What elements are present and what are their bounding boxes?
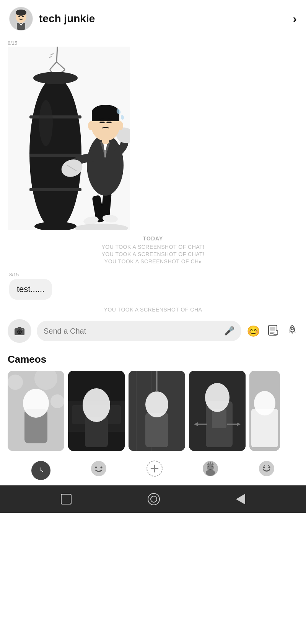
svg-point-3 [18,16,20,17]
svg-point-19 [39,100,53,146]
nav-back-button[interactable] [236,494,245,504]
svg-point-100 [268,467,270,469]
cameo-card-2[interactable] [68,371,125,451]
svg-rect-49 [270,327,275,331]
camera-button[interactable] [8,319,31,343]
svg-line-7 [57,47,57,62]
svg-point-36 [88,121,94,130]
emoji-bar-happy[interactable] [91,461,107,480]
happy-face-icon [91,461,107,477]
header-title: tech junkie [39,13,95,25]
chevron-right-icon[interactable]: › [293,12,297,26]
svg-rect-45 [18,327,21,329]
screenshot-notice-4: YOU TOOK A SCREENSHOT OF CHA [0,307,306,313]
svg-rect-33 [92,114,119,121]
sticker-button[interactable] [267,324,279,339]
svg-point-84 [91,461,106,476]
emoji-bar-smile[interactable] [259,461,275,480]
svg-point-63 [83,388,110,422]
svg-point-73 [205,383,230,412]
screenshot-notice-1: YOU TOOK A SCREENSHOT OF CHAT! [0,244,306,250]
svg-point-52 [291,328,293,330]
chat-input[interactable] [44,327,220,336]
message-bubble: test...... [9,279,52,300]
smile-icon [259,461,275,477]
svg-point-99 [263,467,265,469]
svg-point-37 [117,121,123,130]
rocket-button[interactable] [286,324,298,339]
boxing-sticker [8,47,130,230]
svg-point-85 [95,467,97,469]
nav-circle-button[interactable] [148,493,160,505]
message-sender: 8/15 [9,272,297,277]
screenshot-notice-3: YOU TOOK A SCREENSHOT OF CH▸ [0,258,306,264]
svg-point-54 [8,375,23,390]
cameo-card-3[interactable] [129,371,185,451]
emoji-button[interactable]: 😊 [247,325,260,337]
svg-point-86 [100,467,102,469]
cameo-card-4[interactable] [189,371,246,451]
svg-point-15 [33,72,78,84]
svg-point-56 [50,394,64,408]
nav-square-button[interactable] [61,494,72,504]
mic-icon[interactable]: 🎤 [224,326,234,336]
svg-point-80 [254,391,275,415]
svg-rect-17 [29,154,81,157]
header-left: tech junkie [9,7,95,31]
screenshot-notice-2: YOU TOOK A SCREENSHOT OF CHAT! [0,251,306,257]
avatar[interactable] [9,7,33,31]
system-nav-bar [0,485,306,513]
svg-point-97 [206,470,215,476]
chat-input-wrapper[interactable]: 🎤 [37,321,241,341]
emoji-bar [0,455,306,485]
message-area: 8/15 test...... [0,266,306,303]
sticker-area: 8/15 [0,36,306,232]
today-divider: TODAY [0,235,306,242]
add-emoji-icon [146,461,163,477]
clock-icon [36,465,46,476]
svg-rect-67 [145,413,168,447]
cameo-card-5[interactable] [249,371,280,451]
svg-point-46 [22,329,23,330]
sticker-label: 8/15 [8,40,306,46]
cameos-scroll[interactable] [8,371,298,451]
cameo-card-1[interactable] [8,371,64,451]
action-icons: 😊 [247,324,298,339]
svg-rect-26 [104,150,106,157]
svg-rect-5 [17,23,25,30]
svg-point-4 [22,16,24,17]
rocket-icon [286,324,298,336]
screenshot-notices: YOU TOOK A SCREENSHOT OF CHAT! YOU TOOK … [0,244,306,264]
emoji-bar-add[interactable] [146,461,163,480]
svg-point-47 [18,331,19,331]
svg-point-98 [259,461,274,476]
svg-point-2 [16,10,26,16]
cameos-section: Cameos [0,348,306,455]
svg-rect-18 [29,188,81,191]
chat-area: 8/15 [0,36,306,313]
emoji-bar-character[interactable] [202,461,218,480]
emoji-bar-clock[interactable] [31,461,50,480]
svg-point-68 [145,391,168,417]
input-area: 🎤 😊 [0,314,306,348]
cameos-title: Cameos [8,354,298,365]
sticker-icon [267,324,279,336]
svg-point-58 [23,389,49,418]
character-icon [202,461,218,477]
svg-rect-16 [29,115,81,118]
header: tech junkie › [0,0,306,36]
camera-icon [14,325,25,337]
